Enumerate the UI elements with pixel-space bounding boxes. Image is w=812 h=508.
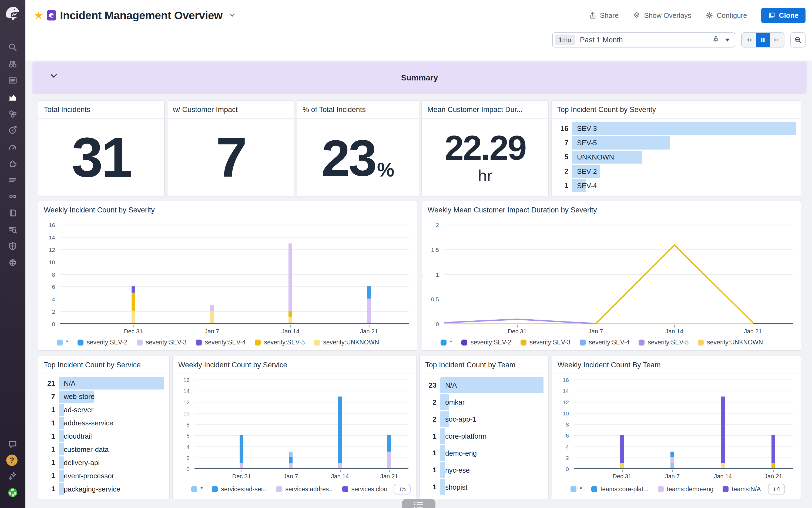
- toplist-row[interactable]: 1customer-data: [42, 443, 164, 456]
- toplist-row[interactable]: 1shopist: [423, 478, 543, 496]
- bar-stack[interactable]: [670, 380, 674, 468]
- legend-item[interactable]: services:ad-ser...: [212, 485, 267, 493]
- toplist-row[interactable]: 2soc-app-1: [423, 411, 543, 428]
- title-dropdown-chevron-icon[interactable]: [229, 10, 236, 20]
- rewind-button[interactable]: [742, 33, 756, 47]
- legend-item[interactable]: severity:SEV-4: [580, 339, 630, 346]
- pause-button[interactable]: [756, 33, 770, 47]
- favorite-star-icon[interactable]: ★: [34, 9, 43, 21]
- clone-button[interactable]: Clone: [761, 8, 806, 23]
- legend-item[interactable]: services:addres...: [276, 485, 333, 493]
- show-overlays-button[interactable]: Show Overlays: [633, 11, 691, 20]
- legend-item[interactable]: severity:UNKNOWN: [314, 339, 379, 346]
- toplist-row[interactable]: 1ad-server: [42, 403, 164, 417]
- notebooks-icon[interactable]: [6, 207, 19, 219]
- toplist-row[interactable]: 1core-platform: [423, 428, 543, 445]
- fast-forward-button[interactable]: [770, 33, 784, 47]
- bar-stack[interactable]: [721, 380, 725, 468]
- toplist-row[interactable]: 1cloudtrail: [42, 430, 164, 443]
- legend-item[interactable]: *: [571, 485, 582, 493]
- legend-item[interactable]: *: [440, 339, 452, 346]
- legend-item[interactable]: *: [191, 485, 203, 493]
- legend-item[interactable]: teams:demo-eng: [658, 485, 714, 493]
- apm-icon[interactable]: [6, 124, 19, 137]
- toplist-row[interactable]: 7web-store: [42, 390, 164, 403]
- legend-item[interactable]: severity:SEV-2: [461, 339, 511, 346]
- toplist-row[interactable]: 1demo-eng: [423, 444, 543, 462]
- legend-item[interactable]: severity:SEV-2: [78, 339, 127, 346]
- toplist-row[interactable]: 1event-processor: [42, 469, 164, 482]
- bar-stack[interactable]: [240, 380, 243, 468]
- avatar-icon[interactable]: [6, 486, 19, 499]
- security-icon[interactable]: [6, 240, 19, 253]
- chat-icon[interactable]: [6, 438, 19, 451]
- legend-item[interactable]: severity:SEV-3: [520, 339, 571, 346]
- bar-stack[interactable]: [131, 225, 135, 323]
- dashboards-icon[interactable]: [6, 74, 19, 87]
- bar-stack[interactable]: [771, 380, 775, 468]
- legend-item[interactable]: severity:SEV-4: [196, 339, 246, 346]
- grid-line: [60, 274, 409, 275]
- legend-item[interactable]: severity:SEV-3: [137, 339, 187, 346]
- toplist-row[interactable]: 1nyc-ese: [423, 462, 543, 478]
- bar-stack[interactable]: [210, 225, 214, 323]
- bar-stack[interactable]: [338, 380, 342, 468]
- log-search-icon[interactable]: [6, 223, 19, 236]
- synthetics-icon[interactable]: [6, 190, 19, 203]
- legend-item[interactable]: services:clou: [342, 485, 387, 493]
- bar-segment: [131, 311, 135, 323]
- share-button[interactable]: Share: [589, 11, 619, 20]
- legend-item[interactable]: teams:N/A: [723, 485, 761, 493]
- toplist-row[interactable]: 1packaging-service: [42, 482, 164, 496]
- legend-more-badge[interactable]: +4: [768, 484, 785, 495]
- legend-item[interactable]: severity:SEV-5: [639, 339, 689, 346]
- legend-swatch: [723, 486, 729, 492]
- x-axis-label: Jan 21: [744, 328, 762, 335]
- toplist-row[interactable]: 5UNKNOWN: [555, 150, 796, 164]
- toplist-body: 23N/A2omkar2soc-app-11core-platform1demo…: [420, 374, 548, 499]
- metrics-icon[interactable]: [6, 91, 19, 104]
- search-icon[interactable]: [6, 41, 19, 54]
- widget-list-tab[interactable]: [402, 499, 435, 508]
- bar-stack[interactable]: [387, 380, 391, 468]
- configure-button[interactable]: Configure: [705, 11, 747, 20]
- toplist-row[interactable]: 1delivery-api: [42, 456, 164, 469]
- bar-stack[interactable]: [289, 380, 293, 468]
- bar-stack[interactable]: [367, 225, 371, 323]
- bar-stack[interactable]: [288, 225, 292, 323]
- infrastructure-icon[interactable]: [6, 107, 19, 120]
- datadog-logo-icon[interactable]: [3, 4, 22, 22]
- line-series-severity:SEV-3[interactable]: [595, 245, 753, 323]
- legend-item[interactable]: teams:core-plat...: [591, 485, 649, 493]
- toplist-row[interactable]: 2omkar: [423, 394, 543, 411]
- help-icon[interactable]: ?: [6, 455, 17, 466]
- summary-group-header[interactable]: Summary: [32, 61, 807, 94]
- watchdog-icon[interactable]: [6, 57, 19, 71]
- toplist-value: 1: [42, 469, 59, 482]
- toplist-row[interactable]: 2SEV-2: [555, 164, 796, 178]
- integrations-icon[interactable]: [6, 157, 19, 170]
- time-dropdown-caret-icon[interactable]: [725, 39, 730, 42]
- toplist-row[interactable]: 1SEV-4: [555, 178, 796, 193]
- bar-stack[interactable]: [620, 380, 624, 468]
- service-gauge-icon[interactable]: [6, 140, 19, 153]
- logs-icon[interactable]: [6, 174, 19, 186]
- legend-item[interactable]: severity:UNKNOWN: [698, 339, 763, 346]
- pin-icon[interactable]: [712, 35, 720, 45]
- toplist-row[interactable]: 21N/A: [42, 377, 164, 390]
- y-axis-tick: 12: [563, 399, 569, 406]
- toplist-bar: [440, 479, 445, 495]
- time-range-picker[interactable]: 1mo Past 1 Month: [552, 32, 735, 47]
- copilot-sparkle-icon[interactable]: [6, 469, 19, 482]
- network-icon[interactable]: [6, 256, 19, 269]
- legend-item[interactable]: *: [57, 339, 68, 346]
- toplist-row[interactable]: 16SEV-3: [555, 122, 796, 136]
- toplist-row[interactable]: 7SEV-5: [555, 136, 796, 150]
- toplist-row[interactable]: 23N/A: [423, 377, 543, 394]
- legend-item[interactable]: severity:SEV-5: [255, 339, 305, 346]
- toplist-row[interactable]: 1address-service: [42, 417, 164, 430]
- toplist-body: 16SEV-37SEV-55UNKNOWN2SEV-21SEV-4: [552, 119, 801, 196]
- zoom-out-button[interactable]: [790, 32, 806, 47]
- collapse-chevron-icon[interactable]: [50, 72, 58, 82]
- legend-more-badge[interactable]: +5: [394, 484, 411, 495]
